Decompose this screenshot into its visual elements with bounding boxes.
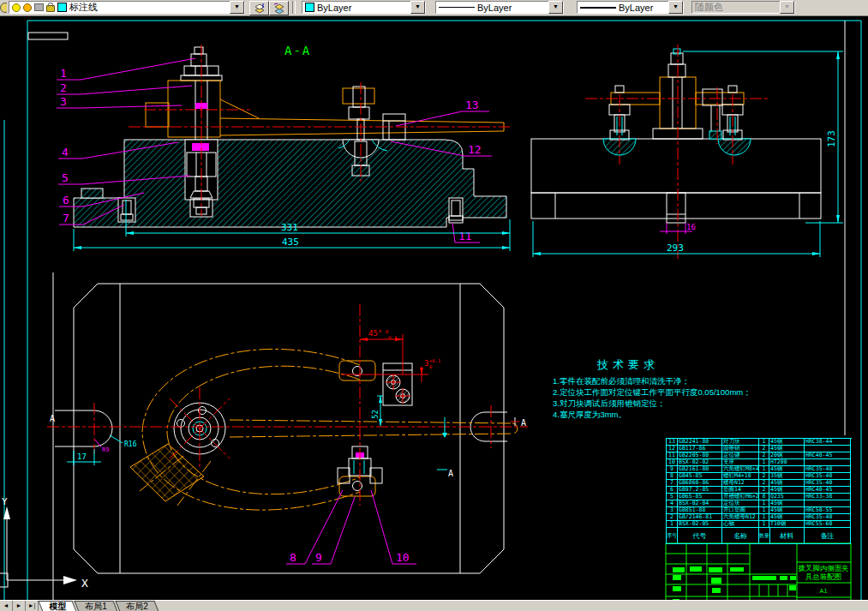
table-cell-code: BSX-02-05 — [678, 521, 722, 528]
balloon-1: 1 — [60, 67, 67, 80]
table-cell-mat: 35钢 — [769, 473, 805, 480]
table-row: 2GB/2146-81六角螺母N12145钢HRC35-40 — [667, 514, 852, 521]
table-cell-mat: 45钢 — [769, 439, 805, 446]
table-cell-no: 2 — [667, 514, 678, 521]
table-cell-mat: 45钢 — [769, 514, 805, 521]
table-row: 9GB2161-80六角螺钉M8×40145钢HRC35-40 — [667, 466, 852, 473]
table-cell-no: 1 — [667, 521, 678, 528]
balloon-4: 4 — [62, 146, 69, 159]
balloon-12: 12 — [468, 143, 482, 156]
tab-nav-last[interactable]: ►| — [26, 601, 39, 611]
table-cell-code: GB/2146-81 — [678, 514, 722, 521]
drawing-title-line2: 具总装配图 — [805, 572, 842, 581]
balloon-11: 11 — [458, 230, 472, 243]
drawing-title-line1: 拨叉脚内侧面夹 — [798, 564, 849, 572]
table-cell-name: 支座 — [722, 459, 759, 466]
table-cell-code: GB6860-86 — [678, 480, 722, 487]
tab-nav-next[interactable]: ► — [13, 601, 26, 611]
table-cell-qty: 2 — [759, 487, 769, 494]
header-note: 备注 — [805, 528, 851, 544]
header-mat: 材料 — [769, 528, 805, 544]
table-cell-mat: 45钢 — [769, 466, 805, 473]
table-cell-code: GB117-86 — [678, 446, 722, 452]
balloon-10: 10 — [396, 551, 410, 564]
ucs-icon: Y X — [0, 496, 88, 590]
linetype-control-dropdown[interactable]: ByLayer ▼ — [435, 1, 564, 14]
table-cell-note: HRC35-40 — [805, 466, 851, 473]
table-cell-name: 螺钉M4×10 — [722, 473, 759, 480]
tab-model[interactable]: 模型 — [38, 601, 76, 611]
lineweight-sample-icon — [580, 7, 616, 9]
linetype-sample-icon — [439, 7, 475, 8]
table-cell-mat: HT200 — [769, 459, 805, 466]
balloon-13: 13 — [465, 99, 479, 111]
table-cell-name: 垫圈14 — [722, 487, 759, 494]
svg-text:A: A — [521, 418, 526, 428]
table-cell-qty: 2 — [759, 452, 769, 459]
layers-icon — [253, 3, 266, 14]
linetype-dropdown-arrow[interactable]: ▼ — [548, 1, 563, 14]
title-block: 拨叉脚内侧面夹 具总装配图 A1 — [666, 543, 851, 608]
section-label: A-A — [284, 44, 311, 57]
table-cell-note: HRC40-45 — [805, 452, 851, 459]
balloon-2: 2 — [60, 81, 67, 94]
table-cell-no: 3 — [667, 507, 678, 514]
table-cell-code: GB45-85 — [678, 473, 722, 480]
plotstyle-control-dropdown: 随颜色 ▼ — [691, 1, 795, 14]
table-cell-note: HRC55-60 — [805, 521, 851, 528]
table-cell-qty: 2 — [759, 446, 769, 452]
dim-16: 16 — [686, 223, 696, 231]
layer-lock-icon[interactable] — [46, 5, 55, 12]
table-cell-mat: 45钢 — [769, 480, 805, 487]
tab-layout2[interactable]: 布局2 — [115, 601, 159, 611]
dim-3: 3 — [424, 359, 428, 368]
table-cell-note: HRC35-40 — [805, 514, 851, 521]
technical-requirements: 技术要求 1.零件在装配前必须清理和清洗干净； 2.定位块工作面对定位键工作平面… — [553, 357, 844, 420]
lineweight-dropdown-arrow[interactable]: ▼ — [668, 1, 683, 14]
parts-list-table: 13GB2241-80对刀块145钢HRC38-4412GB117-86圆锥销2… — [666, 438, 852, 544]
layer-freeze-icon[interactable] — [23, 3, 32, 12]
clipped-toolbar-button[interactable] — [0, 1, 7, 14]
table-cell-qty: 1 — [759, 507, 769, 514]
table-cell-qty: 8 — [759, 494, 769, 500]
header-code: 代号 — [678, 528, 722, 544]
layer-on-icon[interactable] — [12, 3, 21, 12]
table-cell-name: 开口垫圈 — [722, 507, 759, 514]
layer-previous-button[interactable] — [269, 1, 289, 15]
linetype-value: ByLayer — [477, 3, 512, 13]
table-row: 11GB2205-80定位键220钢HRC40-45 — [667, 452, 852, 459]
table-cell-note: HRC33-38 — [805, 494, 851, 500]
plotstyle-value: 随颜色 — [695, 1, 723, 14]
table-cell-mat: Q235 — [769, 494, 805, 500]
layer-plot-icon[interactable] — [34, 3, 44, 11]
lineweight-control-dropdown[interactable]: ByLayer ▼ — [577, 1, 684, 14]
table-cell-note — [805, 500, 851, 507]
table-cell-no: 8 — [667, 473, 678, 480]
table-row: 13GB2241-80对刀块145钢HRC38-44 — [667, 439, 852, 446]
dim-293: 293 — [667, 243, 684, 254]
make-object-layer-current-button[interactable] — [249, 1, 269, 15]
color-control-dropdown[interactable]: ByLayer ▼ — [302, 1, 426, 14]
tab-layout1[interactable]: 布局1 — [74, 601, 117, 611]
color-dropdown-arrow[interactable]: ▼ — [410, 1, 425, 14]
layer-dropdown-arrow[interactable]: ▼ — [230, 1, 244, 14]
tech-title: 技术要求 — [597, 357, 844, 373]
tab-nav-first[interactable]: ◄ — [0, 601, 13, 611]
table-cell-note: HRC38-44 — [805, 439, 851, 446]
dim-435: 435 — [282, 237, 299, 248]
dim-r9: R9 — [102, 446, 109, 453]
tech-item: 2.定位块工作面对定位键工作平面平行度0.05/100mm； — [553, 386, 844, 398]
color-value: ByLayer — [317, 3, 351, 13]
table-cell-code: GB2161-80 — [678, 466, 722, 473]
table-cell-mat: 45钢 — [769, 487, 805, 494]
tech-item: 4.塞尺厚度为3mm。 — [553, 409, 844, 420]
table-cell-qty: 2 — [759, 480, 769, 487]
header-no: 序号 — [667, 528, 678, 544]
svg-text:+0.1: +0.1 — [429, 358, 440, 363]
table-cell-name: 心轴 — [722, 521, 759, 528]
table-cell-no: 4 — [667, 500, 678, 507]
balloon-leaders-plan: 8 9 10 — [286, 490, 416, 564]
tech-item: 1.零件在装配前必须清理和清洗干净； — [553, 375, 844, 386]
table-cell-name: 六角螺钉M8×40 — [722, 466, 759, 473]
layer-control-dropdown[interactable]: 标注线 ▼ — [9, 1, 245, 14]
